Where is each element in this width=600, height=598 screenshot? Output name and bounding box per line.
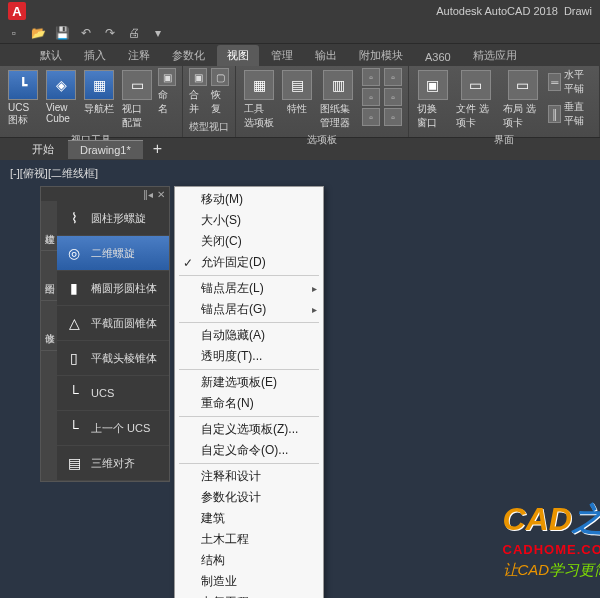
tile-v-icon[interactable]: ║ — [548, 105, 561, 123]
menu-item[interactable]: 电气工程 — [175, 592, 323, 598]
palette-small-icon[interactable]: ▫ — [362, 88, 380, 106]
tab-annotate[interactable]: 注释 — [118, 45, 160, 66]
menu-item[interactable]: 锚点居右(G) — [175, 299, 323, 320]
tab-a360[interactable]: A360 — [415, 48, 461, 66]
panel-label: 选项板 — [242, 132, 402, 148]
menu-item[interactable]: 新建选项板(E) — [175, 372, 323, 393]
palette-item[interactable]: △平截面圆锥体 — [57, 306, 169, 341]
app-logo-icon[interactable]: A — [8, 2, 26, 20]
palette-item[interactable]: └上一个 UCS — [57, 411, 169, 446]
palette-item[interactable]: └UCS — [57, 376, 169, 411]
wm-slogan-b: CAD — [518, 561, 550, 578]
palette-item-label: 椭圆形圆柱体 — [91, 281, 157, 296]
navbar-button[interactable]: ▦导航栏 — [82, 68, 116, 118]
palette-item[interactable]: ▤三维对齐 — [57, 446, 169, 481]
menu-item[interactable]: 重命名(N) — [175, 393, 323, 414]
tool-palette-button[interactable]: ▦工具 选项板 — [242, 68, 276, 132]
tab-manage[interactable]: 管理 — [261, 45, 303, 66]
palette-small-icon[interactable]: ▫ — [384, 88, 402, 106]
tile-h-icon[interactable]: ═ — [548, 73, 561, 91]
menu-item[interactable]: 自定义命令(O)... — [175, 440, 323, 461]
tab-default[interactable]: 默认 — [30, 45, 72, 66]
properties-button[interactable]: ▤特性 — [280, 68, 314, 118]
titlebar: A Autodesk AutoCAD 2018 Drawi — [0, 0, 600, 22]
menu-item[interactable]: 锚点居左(L) — [175, 278, 323, 299]
redo-icon[interactable]: ↷ — [102, 25, 118, 41]
dropdown-icon[interactable]: ▾ — [150, 25, 166, 41]
menu-item[interactable]: 移动(M) — [175, 189, 323, 210]
add-tab-icon[interactable]: + — [145, 140, 170, 158]
app-title: Autodesk AutoCAD 2018 — [436, 5, 558, 17]
palette-auto-hide-icon[interactable]: ‖◂ — [143, 189, 153, 200]
menu-item[interactable]: 关闭(C) — [175, 231, 323, 252]
open-icon[interactable]: 📂 — [30, 25, 46, 41]
ucs-icon-button[interactable]: ┗UCS 图标 — [6, 68, 40, 129]
switch-window-label: 切换 窗口 — [417, 102, 448, 130]
panel-viewport-tools: ┗UCS 图标 ◈View Cube ▦导航栏 ▭视口 配置 ▣ 命名 视口工具 — [0, 66, 183, 137]
palette-item-label: 二维螺旋 — [91, 246, 135, 261]
menu-item[interactable]: 参数化设计 — [175, 487, 323, 508]
palette-tab-draw[interactable]: 绘图 — [41, 251, 57, 301]
viewcube-button[interactable]: ◈View Cube — [44, 68, 78, 126]
named-icon[interactable]: ▣ — [158, 68, 176, 86]
filetab-drawing[interactable]: Drawing1* — [68, 140, 143, 159]
menu-separator — [179, 416, 319, 417]
tile-h-label: 水平平铺 — [564, 68, 593, 96]
palette-close-icon[interactable]: ✕ — [157, 189, 165, 200]
panel-interface: ▣切换 窗口 ▭文件 选项卡 ▭布局 选项卡 ═水平平铺 ║垂直平铺 界面 — [409, 66, 600, 137]
menu-item[interactable]: 土木工程 — [175, 529, 323, 550]
print-icon[interactable]: 🖨 — [126, 25, 142, 41]
menu-item[interactable]: 大小(S) — [175, 210, 323, 231]
tab-insert[interactable]: 插入 — [74, 45, 116, 66]
quick-access-toolbar: ▫ 📂 💾 ↶ ↷ 🖨 ▾ — [0, 22, 600, 44]
file-tabs-button[interactable]: ▭文件 选项卡 — [454, 68, 497, 132]
tab-parametric[interactable]: 参数化 — [162, 45, 215, 66]
tab-featured[interactable]: 精选应用 — [463, 45, 527, 66]
filetab-start[interactable]: 开始 — [20, 139, 66, 160]
panel-palettes: ▦工具 选项板 ▤特性 ▥图纸集 管理器 ▫ ▫ ▫ ▫ ▫ ▫ 选项板 — [236, 66, 409, 137]
view-controls-label[interactable]: [-][俯视][二维线框] — [10, 166, 98, 181]
sheetset-button[interactable]: ▥图纸集 管理器 — [318, 68, 358, 132]
palette-small-icon[interactable]: ▫ — [384, 108, 402, 126]
save-icon[interactable]: 💾 — [54, 25, 70, 41]
palette-item[interactable]: ⌇圆柱形螺旋 — [57, 201, 169, 236]
menu-separator — [179, 369, 319, 370]
palette-small-icon[interactable]: ▫ — [362, 108, 380, 126]
palette-item[interactable]: ▯平截头棱锥体 — [57, 341, 169, 376]
tool-palette-label: 工具 选项板 — [244, 102, 274, 130]
palette-item-icon: ▮ — [63, 277, 85, 299]
menu-item[interactable]: 制造业 — [175, 571, 323, 592]
palette-tab-modify[interactable]: 修改 — [41, 301, 57, 351]
file-tabs-label: 文件 选项卡 — [456, 102, 495, 130]
tab-output[interactable]: 输出 — [305, 45, 347, 66]
menu-item[interactable]: 自动隐藏(A) — [175, 325, 323, 346]
palette-item[interactable]: ◎二维螺旋 — [57, 236, 169, 271]
wm-url: CADHOME.COM.CN — [503, 542, 601, 557]
layout-tabs-button[interactable]: ▭布局 选项卡 — [501, 68, 544, 132]
properties-label: 特性 — [287, 102, 307, 116]
tab-addins[interactable]: 附加模块 — [349, 45, 413, 66]
palette-tab-modeling[interactable]: 建模 — [41, 201, 57, 251]
navbar-label: 导航栏 — [84, 102, 114, 116]
doc-title: Drawi — [564, 5, 592, 17]
palette-small-icon[interactable]: ▫ — [384, 68, 402, 86]
tab-view[interactable]: 视图 — [217, 45, 259, 66]
palette-item-icon: └ — [63, 382, 85, 404]
menu-item[interactable]: 建筑 — [175, 508, 323, 529]
menu-item[interactable]: 允许固定(D) — [175, 252, 323, 273]
menu-item[interactable]: 透明度(T)... — [175, 346, 323, 367]
menu-item[interactable]: 自定义选项板(Z)... — [175, 419, 323, 440]
undo-icon[interactable]: ↶ — [78, 25, 94, 41]
restore-icon[interactable]: ▢ — [211, 68, 229, 86]
watermark: CAD之家 CADHOME.COM.CN 让CAD学习更简单！ — [503, 498, 601, 580]
viewport-config-button[interactable]: ▭视口 配置 — [120, 68, 154, 132]
palette-item[interactable]: ▮椭圆形圆柱体 — [57, 271, 169, 306]
viewport[interactable]: [-][俯视][二维线框] ‖◂ ✕ 建模 绘图 修改 ⌇圆柱形螺旋◎二维螺旋▮… — [0, 160, 600, 598]
menu-item[interactable]: 注释和设计 — [175, 466, 323, 487]
palette-item-label: 平截面圆锥体 — [91, 316, 157, 331]
menu-item[interactable]: 结构 — [175, 550, 323, 571]
merge-icon[interactable]: ▣ — [189, 68, 207, 86]
palette-small-icon[interactable]: ▫ — [362, 68, 380, 86]
switch-window-button[interactable]: ▣切换 窗口 — [415, 68, 450, 132]
new-icon[interactable]: ▫ — [6, 25, 22, 41]
